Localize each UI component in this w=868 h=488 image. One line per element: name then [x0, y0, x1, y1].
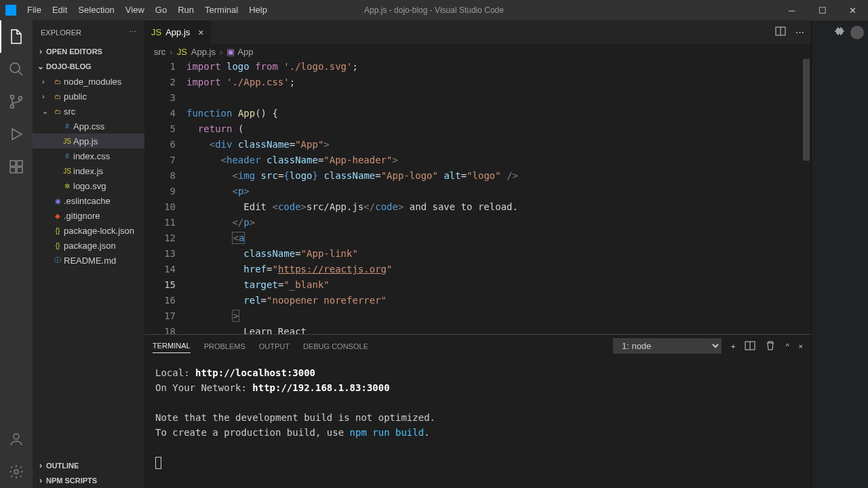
trash-icon[interactable] [765, 340, 776, 352]
menu-bar: File Edit Selection View Go Run Terminal… [22, 0, 273, 20]
menu-help[interactable]: Help [243, 0, 273, 20]
symbol-icon: ▣ [226, 47, 235, 57]
js-icon: JS [151, 27, 161, 37]
tree-item-label: README.md [64, 256, 116, 266]
svg-point-2 [11, 96, 14, 99]
svg-rect-6 [10, 161, 16, 166]
terminal-tab-debug[interactable]: DEBUG CONSOLE [303, 340, 368, 353]
menu-run[interactable]: Run [172, 0, 199, 20]
sidebar-more-icon[interactable]: ⋯ [129, 28, 136, 37]
code-content[interactable]: import logo from './logo.svg'; import '.… [186, 59, 793, 334]
json-icon: {} [52, 227, 64, 235]
tree-item--eslintcache[interactable]: ◉.eslintcache [33, 193, 144, 208]
activity-account[interactable] [0, 423, 33, 455]
tree-item-App-css[interactable]: #App.css [33, 119, 144, 134]
minimize-button[interactable]: ─ [776, 0, 807, 20]
tree-item-index-js[interactable]: JSindex.js [33, 163, 144, 178]
folder-icon: 🗀 [52, 108, 64, 115]
split-terminal-icon[interactable] [745, 340, 755, 352]
branch-icon [8, 94, 24, 110]
tree-item-index-css[interactable]: #index.css [33, 148, 144, 163]
menu-edit[interactable]: Edit [47, 0, 73, 20]
activity-explorer[interactable] [0, 20, 33, 53]
section-npm-scripts[interactable]: › NPM SCRIPTS [33, 473, 144, 488]
editor[interactable]: 123456789101112131415161718 import logo … [144, 59, 811, 334]
activity-scm[interactable] [0, 85, 33, 118]
tree-item-label: .eslintcache [64, 196, 111, 206]
section-outline[interactable]: › OUTLINE [33, 458, 144, 473]
tree-item-label: logo.svg [73, 181, 106, 191]
sidebar-header: EXPLORER ⋯ [33, 20, 144, 44]
svg-point-0 [10, 63, 20, 73]
svg-point-3 [11, 105, 14, 108]
terminal-tab-terminal[interactable]: TERMINAL [153, 339, 191, 353]
extension-avatar-icon[interactable] [850, 26, 864, 39]
section-open-editors[interactable]: › OPEN EDITORS [33, 44, 144, 59]
tree-item-src[interactable]: ⌄🗀src [33, 104, 144, 119]
menu-go[interactable]: Go [150, 0, 172, 20]
close-button[interactable]: ✕ [837, 0, 868, 20]
breadcrumb-item[interactable]: App [237, 47, 253, 57]
terminal-tab-problems[interactable]: PROBLEMS [204, 340, 245, 353]
activity-bar [0, 20, 33, 488]
tree-item-logo-svg[interactable]: ✲logo.svg [33, 178, 144, 193]
chevron-up-icon[interactable]: ^ [785, 342, 789, 350]
close-panel-icon[interactable]: × [799, 342, 803, 350]
tree-item--gitignore[interactable]: ◆.gitignore [33, 208, 144, 223]
terminal-selector[interactable]: 1: node [613, 338, 722, 354]
chevron-right-icon: › [35, 476, 46, 485]
sidebar-title: EXPLORER [41, 28, 81, 37]
svg-icon: ✲ [61, 182, 73, 190]
folder-icon: 🗀 [52, 93, 64, 100]
menu-file[interactable]: File [22, 0, 47, 20]
js-icon: JS [177, 47, 187, 57]
breadcrumb[interactable]: src › JS App.js › ▣ App [144, 44, 811, 59]
chevron-right-icon: › [35, 47, 46, 56]
breadcrumb-item[interactable]: App.js [191, 47, 216, 57]
section-project[interactable]: ⌄ DOJO-BLOG [33, 59, 144, 74]
menu-view[interactable]: View [120, 0, 150, 20]
tree-item-public[interactable]: ›🗀public [33, 89, 144, 104]
git-icon: ◆ [52, 212, 64, 220]
tab-app-js[interactable]: JS App.js × [144, 20, 212, 44]
chevron-right-icon: › [42, 77, 52, 85]
chevron-right-icon: › [220, 47, 222, 57]
search-icon [8, 61, 24, 77]
close-icon[interactable]: × [198, 27, 203, 38]
tree-item-package-json[interactable]: {}package.json [33, 238, 144, 253]
breadcrumb-item[interactable]: src [154, 47, 165, 57]
tree-item-node_modules[interactable]: ›🗀node_modules [33, 74, 144, 89]
more-icon[interactable]: ⋯ [795, 27, 804, 37]
puzzle-icon[interactable] [834, 26, 845, 483]
svg-line-1 [18, 71, 22, 75]
folder-icon: 🗀 [52, 78, 64, 85]
tree-item-App-js[interactable]: JSApp.js [33, 134, 144, 148]
activity-extensions[interactable] [0, 150, 33, 183]
minimap[interactable] [793, 59, 802, 334]
line-numbers: 123456789101112131415161718 [144, 59, 186, 334]
terminal-tabs: TERMINAL PROBLEMS OUTPUT DEBUG CONSOLE 1… [144, 335, 811, 357]
js-icon: JS [61, 138, 73, 145]
activity-search[interactable] [0, 53, 33, 85]
new-terminal-icon[interactable]: + [731, 342, 735, 350]
terminal-panel: TERMINAL PROBLEMS OUTPUT DEBUG CONSOLE 1… [144, 334, 811, 488]
terminal-body[interactable]: Local: http://localhost:3000 On Your Net… [144, 357, 811, 488]
split-editor-icon[interactable] [775, 26, 786, 39]
menu-selection[interactable]: Selection [73, 0, 119, 20]
scroll-thumb[interactable] [803, 59, 810, 161]
svg-point-11 [14, 470, 18, 474]
run-icon [8, 126, 24, 142]
menu-terminal[interactable]: Terminal [199, 0, 243, 20]
css-icon: # [61, 123, 73, 130]
activity-settings[interactable] [0, 455, 33, 488]
maximize-button[interactable]: ☐ [807, 0, 837, 20]
activity-debug[interactable] [0, 118, 33, 150]
scrollbar[interactable] [802, 59, 811, 334]
tree-item-README-md[interactable]: ⓘREADME.md [33, 253, 144, 268]
tree-item-package-lock-json[interactable]: {}package-lock.json [33, 223, 144, 238]
tree-item-label: index.css [73, 151, 110, 161]
tab-actions: ⋯ [775, 20, 811, 44]
svg-rect-8 [10, 167, 16, 173]
file-tree: ›🗀node_modules›🗀public⌄🗀src#App.cssJSApp… [33, 74, 144, 458]
terminal-tab-output[interactable]: OUTPUT [259, 340, 290, 353]
